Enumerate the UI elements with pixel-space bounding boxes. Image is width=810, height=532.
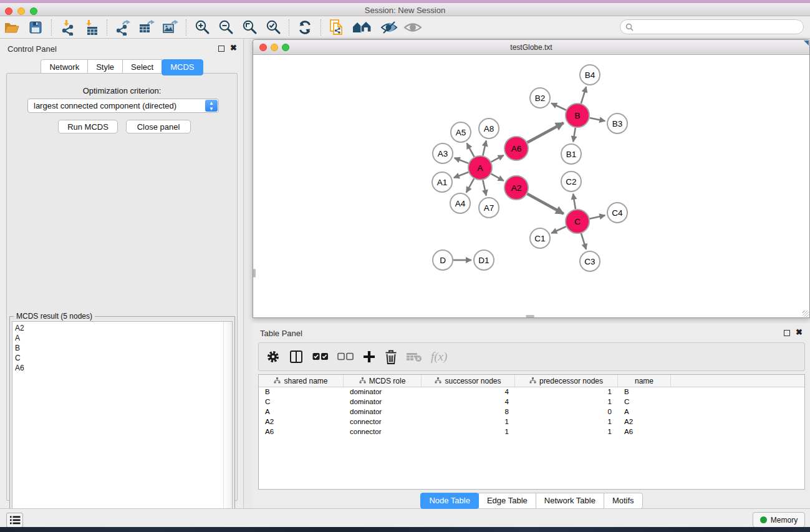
run-mcds-button[interactable]: Run MCDS (58, 120, 118, 133)
columns-icon[interactable] (289, 347, 304, 366)
add-icon[interactable] (362, 347, 376, 366)
edge-A-A2[interactable] (491, 174, 504, 181)
node-A[interactable]: A (468, 156, 492, 180)
cell-shared-name[interactable]: A6 (259, 427, 344, 437)
gear-icon[interactable] (266, 347, 280, 366)
cell-predecessor-nodes[interactable]: 1 (515, 397, 618, 407)
close-panel-icon[interactable]: ✖ (796, 327, 803, 337)
zoom-out-icon[interactable] (216, 19, 235, 36)
cell-name[interactable]: A (618, 407, 671, 417)
clone-network-icon[interactable] (327, 19, 346, 36)
result-item[interactable]: A6 (15, 363, 232, 373)
import-table-icon[interactable] (82, 19, 100, 36)
cell-mcds-role[interactable]: connector (344, 417, 422, 427)
deselect-all-icon[interactable] (337, 347, 354, 366)
column-header-name[interactable]: name (618, 375, 671, 387)
mcds-result-list[interactable]: A2ABCA6 (12, 321, 233, 525)
search-input[interactable] (637, 22, 793, 31)
edge-C-C3[interactable] (581, 233, 586, 249)
node-A1[interactable]: A1 (432, 172, 452, 192)
cell-successor-nodes[interactable]: 4 (422, 397, 515, 407)
cell-predecessor-nodes[interactable]: 1 (515, 387, 618, 397)
edge-C-C2[interactable] (573, 194, 576, 209)
node-D1[interactable]: D1 (474, 250, 494, 270)
close-panel-button[interactable]: Close panel (126, 120, 191, 133)
edge-A-A6[interactable] (491, 155, 504, 162)
export-table-icon[interactable] (137, 19, 156, 36)
cell-mcds-role[interactable]: dominator (344, 407, 422, 417)
export-image-icon[interactable] (161, 19, 180, 36)
edge-A-A7[interactable] (483, 180, 486, 196)
float-panel-icon[interactable] (784, 330, 790, 336)
node-A6[interactable]: A6 (504, 137, 528, 160)
cell-predecessor-nodes[interactable]: 1 (515, 427, 618, 437)
tab-mcds[interactable]: MCDS (162, 59, 203, 75)
canvas-horizontal-scrollbar[interactable] (526, 315, 534, 317)
show-hide-icon[interactable] (380, 19, 398, 36)
edge-B-B2[interactable] (551, 103, 566, 110)
zoom-fit-icon[interactable] (240, 19, 259, 36)
result-scrollbar[interactable] (223, 322, 232, 524)
edge-A-A4[interactable] (466, 178, 474, 192)
resize-grip[interactable] (803, 311, 809, 317)
result-item[interactable]: C (15, 353, 232, 363)
table-row[interactable]: Bdominator41B (259, 387, 804, 397)
export-network-icon[interactable] (113, 19, 132, 36)
node-table[interactable]: shared nameMCDS rolesuccessor nodesprede… (258, 374, 805, 490)
node-C1[interactable]: C1 (530, 228, 550, 248)
column-header-mcds-role[interactable]: MCDS role (344, 375, 422, 387)
task-history-button[interactable] (6, 513, 23, 528)
network-graph[interactable]: AA1A2A3A4A5A6A7A8BB1B2B3B4CC1C2C3C4DD1 (253, 55, 809, 317)
edge-B-B4[interactable] (581, 87, 586, 104)
result-item[interactable]: A2 (15, 323, 232, 333)
edge-A2-C[interactable] (528, 194, 564, 214)
zoom-in-icon[interactable] (193, 19, 211, 36)
node-A5[interactable]: A5 (451, 122, 471, 142)
node-C4[interactable]: C4 (607, 203, 627, 223)
edge-A-A5[interactable] (467, 143, 475, 157)
edge-C-C4[interactable] (590, 215, 605, 218)
cell-shared-name[interactable]: A (259, 407, 344, 417)
node-A2[interactable]: A2 (504, 176, 528, 200)
cell-mcds-role[interactable]: dominator (344, 397, 422, 407)
eye-icon[interactable] (403, 19, 422, 36)
node-D[interactable]: D (433, 250, 453, 270)
refresh-icon[interactable] (296, 19, 314, 36)
result-item[interactable]: B (15, 343, 232, 353)
node-A7[interactable]: A7 (479, 198, 499, 218)
float-panel-icon[interactable] (218, 46, 224, 52)
edge-B-B3[interactable] (590, 118, 605, 121)
column-header-predecessor-nodes[interactable]: predecessor nodes (515, 375, 618, 387)
tab-motifs[interactable]: Motifs (604, 493, 643, 509)
cell-shared-name[interactable]: A2 (259, 417, 344, 427)
table-row[interactable]: A6connector11A6 (259, 427, 804, 437)
cell-name[interactable]: C (618, 397, 671, 407)
table-row[interactable]: Cdominator41C (259, 397, 804, 407)
cell-name[interactable]: A6 (618, 427, 671, 437)
canvas-vertical-scrollbar[interactable] (253, 269, 256, 278)
node-B2[interactable]: B2 (530, 88, 550, 108)
edge-B-B1[interactable] (573, 128, 576, 142)
tab-node-table[interactable]: Node Table (420, 493, 479, 509)
zoom-selected-icon[interactable] (264, 19, 282, 36)
node-C2[interactable]: C2 (561, 172, 581, 191)
column-header-successor-nodes[interactable]: successor nodes (422, 375, 515, 387)
tab-network-table[interactable]: Network Table (536, 493, 604, 509)
node-C[interactable]: C (566, 210, 589, 233)
table-row[interactable]: A2connector11A2 (259, 417, 804, 427)
cell-successor-nodes[interactable]: 1 (422, 427, 515, 437)
result-item[interactable]: A (15, 333, 232, 343)
column-header-shared-name[interactable]: shared name (259, 375, 344, 387)
search-field[interactable] (620, 19, 804, 34)
tab-edge-table[interactable]: Edge Table (478, 493, 536, 509)
cell-shared-name[interactable]: B (259, 387, 344, 397)
network-window-titlebar[interactable]: testGlobe.txt (253, 40, 809, 55)
table-row[interactable]: Adominator80A (259, 407, 804, 417)
node-B[interactable]: B (566, 104, 589, 127)
criterion-select[interactable]: largest connected component (directed) ▲… (27, 99, 219, 113)
node-A3[interactable]: A3 (433, 143, 453, 163)
cell-successor-nodes[interactable]: 4 (422, 387, 515, 397)
node-B4[interactable]: B4 (580, 65, 600, 85)
cell-shared-name[interactable]: C (259, 397, 344, 407)
cell-mcds-role[interactable]: dominator (344, 387, 422, 397)
